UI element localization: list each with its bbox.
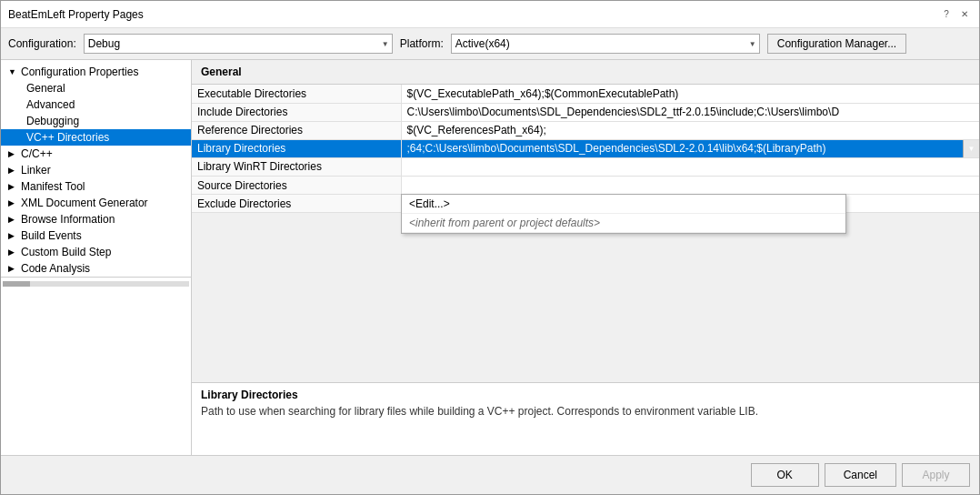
sidebar-hscroll-track[interactable] xyxy=(3,281,189,287)
sidebar-item-label-browse-info: Browse Information xyxy=(21,213,115,226)
sidebar-item-label-general: General xyxy=(26,82,65,95)
prop-name-exec-dirs: Executable Directories xyxy=(192,85,401,103)
dropdown-popup: <Edit...> <inherit from parent or projec… xyxy=(401,194,846,234)
sidebar-item-vc-dirs[interactable]: VC++ Directories xyxy=(1,129,191,146)
sidebar-item-label-xml-doc: XML Document Generator xyxy=(21,197,148,209)
expand-icon-manifest: ▶ xyxy=(8,182,17,191)
prop-name-ref-dirs: Reference Directories xyxy=(192,121,401,139)
prop-value-lib-dirs[interactable]: ;64;C:\Users\limbo\Documents\SDL_Depende… xyxy=(401,139,979,157)
title-bar: BeatEmLeft Property Pages ? ✕ xyxy=(1,1,979,28)
lib-dirs-value: ;64;C:\Users\limbo\Documents\SDL_Depende… xyxy=(407,142,826,155)
sidebar-item-label-custom-build: Custom Build Step xyxy=(21,246,111,258)
sidebar-item-custom-build[interactable]: ▶ Custom Build Step xyxy=(1,244,191,260)
description-title: Library Directories xyxy=(201,389,970,401)
content-area: General Executable Directories $(VC_Exec… xyxy=(192,60,979,455)
sidebar-item-label-debugging: Debugging xyxy=(26,115,79,127)
platform-label: Platform: xyxy=(400,37,444,50)
platform-select-wrapper: Active(x64) xyxy=(451,34,760,54)
prop-value-lib-winrt[interactable] xyxy=(401,158,979,177)
table-row-selected[interactable]: Library Directories ;64;C:\Users\limbo\D… xyxy=(192,139,979,157)
prop-name-lib-winrt: Library WinRT Directories xyxy=(192,158,401,177)
expand-icon-linker: ▶ xyxy=(8,166,17,175)
expand-icon-custom-build: ▶ xyxy=(8,248,17,257)
config-label: Configuration: xyxy=(8,37,76,50)
close-button[interactable]: ✕ xyxy=(957,7,972,22)
sidebar-item-label-code-analysis: Code Analysis xyxy=(21,262,90,275)
window-title: BeatEmLeft Property Pages xyxy=(8,8,144,21)
expand-icon-xml: ▶ xyxy=(8,198,17,207)
prop-value-ref-dirs[interactable]: $(VC_ReferencesPath_x64); xyxy=(401,121,979,139)
sidebar-item-code-analysis[interactable]: ▶ Code Analysis xyxy=(1,260,191,277)
prop-value-include-dirs[interactable]: C:\Users\limbo\Documents\SDL_Dependencie… xyxy=(401,103,979,121)
sidebar-item-label-linker: Linker xyxy=(21,164,51,177)
sidebar-item-label-advanced: Advanced xyxy=(26,98,75,111)
properties-table[interactable]: Executable Directories $(VC_ExecutablePa… xyxy=(192,85,979,382)
sidebar-item-label-config-props: Configuration Properties xyxy=(21,66,138,78)
sidebar-item-manifest-tool[interactable]: ▶ Manifest Tool xyxy=(1,178,191,195)
prop-name-include-dirs: Include Directories xyxy=(192,103,401,121)
sidebar-item-xml-doc[interactable]: ▶ XML Document Generator xyxy=(1,195,191,211)
dropdown-item-edit[interactable]: <Edit...> xyxy=(402,195,845,214)
lib-dirs-dropdown-btn[interactable]: ▼ xyxy=(963,140,979,157)
table-row[interactable]: Reference Directories $(VC_ReferencesPat… xyxy=(192,121,979,139)
expand-icon-cpp: ▶ xyxy=(8,149,17,158)
table-row[interactable]: Library WinRT Directories xyxy=(192,158,979,177)
sidebar-item-label-manifest-tool: Manifest Tool xyxy=(21,180,85,193)
sidebar-hscrollbar[interactable] xyxy=(1,277,191,289)
sidebar-item-general[interactable]: General xyxy=(1,80,191,96)
apply-button[interactable]: Apply xyxy=(902,463,970,487)
main-content: ▼ Configuration Properties General Advan… xyxy=(1,60,979,455)
prop-value-source-dirs[interactable] xyxy=(401,177,979,195)
properties-header: General xyxy=(192,60,979,85)
prop-value-exec-dirs[interactable]: $(VC_ExecutablePath_x64);$(CommonExecuta… xyxy=(401,85,979,103)
description-panel: Library Directories Path to use when sea… xyxy=(192,382,979,455)
properties-grid: Executable Directories $(VC_ExecutablePa… xyxy=(192,85,979,158)
config-manager-button[interactable]: Configuration Manager... xyxy=(767,34,906,54)
description-text: Path to use when searching for library f… xyxy=(201,405,970,418)
bottom-bar: OK Cancel Apply xyxy=(1,455,979,494)
sidebar-item-label-build-events: Build Events xyxy=(21,229,82,242)
expand-icon-config: ▼ xyxy=(8,67,17,76)
ok-button[interactable]: OK xyxy=(751,463,819,487)
prop-name-lib-dirs: Library Directories xyxy=(192,139,401,157)
sidebar: ▼ Configuration Properties General Advan… xyxy=(1,60,192,455)
sidebar-item-build-events[interactable]: ▶ Build Events xyxy=(1,227,191,244)
config-bar: Configuration: Debug Platform: Active(x6… xyxy=(1,28,979,60)
properties-header-text: General xyxy=(201,66,242,78)
platform-select[interactable]: Active(x64) xyxy=(451,34,760,54)
sidebar-item-cpp[interactable]: ▶ C/C++ xyxy=(1,146,191,162)
config-select[interactable]: Debug xyxy=(84,34,393,54)
table-row[interactable]: Executable Directories $(VC_ExecutablePa… xyxy=(192,85,979,103)
table-row[interactable]: Source Directories xyxy=(192,177,979,195)
sidebar-item-label-cpp: C/C++ xyxy=(21,147,53,160)
expand-icon-code-analysis: ▶ xyxy=(8,264,17,273)
sidebar-item-label-vc-dirs: VC++ Directories xyxy=(26,131,109,144)
sidebar-item-linker[interactable]: ▶ Linker xyxy=(1,162,191,178)
sidebar-item-advanced[interactable]: Advanced xyxy=(1,96,191,113)
expand-icon-browse: ▶ xyxy=(8,215,17,224)
sidebar-item-config-props[interactable]: ▼ Configuration Properties xyxy=(1,64,191,80)
table-row[interactable]: Include Directories C:\Users\limbo\Docum… xyxy=(192,103,979,121)
title-controls: ? ✕ xyxy=(939,7,972,22)
prop-name-source-dirs: Source Directories xyxy=(192,177,401,195)
cancel-button[interactable]: Cancel xyxy=(825,463,896,487)
sidebar-item-debugging[interactable]: Debugging xyxy=(1,113,191,129)
help-button[interactable]: ? xyxy=(939,7,954,22)
dropdown-item-inherit[interactable]: <inherit from parent or project defaults… xyxy=(402,214,845,233)
prop-name-exclude-dirs: Exclude Directories xyxy=(192,195,401,213)
expand-icon-build-events: ▶ xyxy=(8,231,17,240)
sidebar-item-browse-info[interactable]: ▶ Browse Information xyxy=(1,211,191,227)
sidebar-hscroll-thumb[interactable] xyxy=(3,281,30,287)
config-select-wrapper: Debug xyxy=(84,34,393,54)
main-window: BeatEmLeft Property Pages ? ✕ Configurat… xyxy=(0,0,980,495)
